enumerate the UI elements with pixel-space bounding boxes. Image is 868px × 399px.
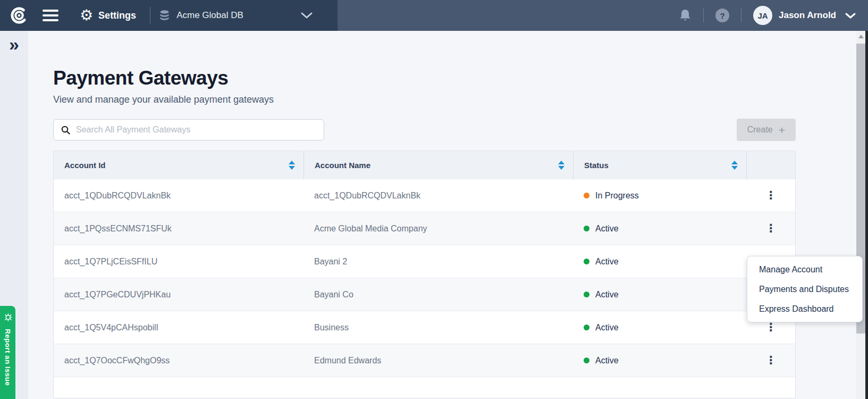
table-row: acct_1QDubRCQDVLaknBk acct_1QDubRCQDVLak… <box>54 179 795 212</box>
database-selector[interactable]: Acme Global DB <box>176 10 243 21</box>
topbar-right-section: ? JA Jason Arnold <box>338 0 868 31</box>
status-label: Active <box>595 257 619 267</box>
top-navigation-bar: ⚙ Settings Acme Global DB ? JA Jason Arn… <box>0 0 868 31</box>
payment-gateways-table: Account Id Account Name Status acct_1QDu… <box>53 151 796 398</box>
column-header-label: Account Id <box>64 161 106 170</box>
account-id-cell: acct_1Q7PLjCEisSFfILU <box>54 245 304 278</box>
user-name: Jason Arnold <box>779 10 836 21</box>
table-header-row: Account Id Account Name Status <box>54 151 795 179</box>
menu-item-payments-and-disputes[interactable]: Payments and Disputes <box>747 279 862 299</box>
account-name-cell: Bayani Co <box>304 278 573 311</box>
database-chevron-down-icon[interactable] <box>300 12 313 19</box>
create-button[interactable]: Create + <box>737 119 796 141</box>
account-id-cell: acct_1Q7PGeCDUVjPHKau <box>54 278 304 311</box>
status-dot <box>584 259 589 264</box>
search-input[interactable] <box>76 125 324 135</box>
actions-cell: ⋮ <box>746 344 795 377</box>
kebab-menu-icon[interactable]: ⋮ <box>765 190 777 201</box>
table-row: acct_1Q7PGeCDUVjPHKau Bayani Co Active ⋮ <box>54 278 795 311</box>
status-cell: Active <box>573 311 746 344</box>
bug-icon <box>2 312 14 322</box>
status-label: Active <box>595 356 619 365</box>
account-name-cell: Edmund Edwards <box>304 344 573 377</box>
topbar-divider <box>741 9 741 22</box>
database-icon <box>159 10 170 21</box>
account-id-cell: acct_1Q5V4pCAHspobilI <box>54 311 304 344</box>
status-cell: In Progress <box>573 179 746 212</box>
scroll-up-arrow-icon[interactable] <box>858 35 864 38</box>
account-name-cell: Acme Global Media Company <box>304 212 573 245</box>
topbar-divider <box>703 9 704 22</box>
avatar-initials: JA <box>757 11 768 20</box>
account-name-cell: Business <box>304 311 573 344</box>
kebab-menu-icon[interactable]: ⋮ <box>765 223 777 234</box>
menu-item-express-dashboard[interactable]: Express Dashboard <box>747 299 862 319</box>
actions-cell: ⋮ <box>746 179 795 212</box>
status-cell: Active <box>573 344 746 377</box>
hamburger-menu-icon[interactable] <box>43 10 58 21</box>
sort-icon[interactable] <box>558 161 564 170</box>
account-id-cell: acct_1QDubRCQDVLaknBk <box>54 179 304 212</box>
page-subtitle: View and manage your available payment g… <box>53 94 868 105</box>
status-label: Active <box>595 224 619 234</box>
table-row: acct_1PQssECNMS71SFUk Acme Global Media … <box>54 212 795 245</box>
sort-icon[interactable] <box>289 161 295 170</box>
sidebar-expand-icon[interactable]: » <box>0 35 28 53</box>
table-controls: Create + <box>53 119 796 141</box>
main-content: Payment Gateways View and manage your av… <box>28 31 868 399</box>
status-dot <box>584 292 589 297</box>
column-header-account-name[interactable]: Account Name <box>304 151 573 179</box>
help-icon[interactable]: ? <box>715 9 729 22</box>
search-box <box>53 119 324 140</box>
settings-label: Settings <box>98 10 136 21</box>
status-cell: Active <box>573 245 746 278</box>
column-header-status[interactable]: Status <box>573 151 746 179</box>
status-dot <box>584 193 589 198</box>
status-cell: Active <box>573 212 746 245</box>
vertical-scrollbar[interactable] <box>856 31 865 399</box>
kebab-menu-icon[interactable]: ⋮ <box>765 322 777 333</box>
table-row: acct_1Q7PLjCEisSFfILU Bayani 2 Active ⋮ <box>54 245 795 278</box>
status-dot <box>584 226 589 231</box>
menu-item-manage-account[interactable]: Manage Account <box>747 260 862 279</box>
app-logo-icon[interactable] <box>10 6 29 25</box>
status-label: Active <box>595 290 619 300</box>
window-edge-strip <box>865 31 868 399</box>
table-row-partial <box>54 377 795 398</box>
report-issue-ribbon[interactable]: Report an Issue <box>0 306 15 399</box>
settings-gear-icon[interactable]: ⚙ <box>80 8 93 23</box>
status-label: Active <box>595 323 619 332</box>
user-menu-chevron-down-icon[interactable] <box>845 12 856 19</box>
actions-cell: ⋮ <box>746 212 795 245</box>
notifications-bell-icon[interactable] <box>679 9 692 22</box>
create-button-label: Create <box>747 125 773 135</box>
account-name-cell: acct_1QDubRCQDVLaknBk <box>304 179 573 212</box>
plus-icon: + <box>779 124 785 136</box>
table-row: acct_1Q7OocCFwQhgO9ss Edmund Edwards Act… <box>54 344 795 377</box>
report-issue-label: Report an Issue <box>4 329 12 386</box>
search-icon <box>61 126 70 135</box>
help-glyph: ? <box>720 11 724 20</box>
status-dot <box>584 325 589 330</box>
column-header-label: Status <box>584 161 609 170</box>
topbar-divider <box>150 7 150 24</box>
topbar-left-section: ⚙ Settings Acme Global DB <box>0 0 338 31</box>
column-header-label: Account Name <box>315 161 370 170</box>
column-header-actions <box>746 151 795 179</box>
row-actions-context-menu: Manage Account Payments and Disputes Exp… <box>747 256 863 322</box>
column-header-account-id[interactable]: Account Id <box>54 151 304 179</box>
sort-icon[interactable] <box>731 161 738 170</box>
user-avatar[interactable]: JA <box>753 6 772 25</box>
account-id-cell: acct_1Q7OocCFwQhgO9ss <box>54 344 304 377</box>
account-name-cell: Bayani 2 <box>304 245 573 278</box>
kebab-menu-icon[interactable]: ⋮ <box>765 355 777 366</box>
status-label: In Progress <box>595 191 639 201</box>
table-row: acct_1Q5V4pCAHspobilI Business Active ⋮ <box>54 311 795 344</box>
status-cell: Active <box>573 278 746 311</box>
status-dot <box>584 358 589 363</box>
account-id-cell: acct_1PQssECNMS71SFUk <box>54 212 304 245</box>
page-title: Payment Gateways <box>53 67 868 89</box>
